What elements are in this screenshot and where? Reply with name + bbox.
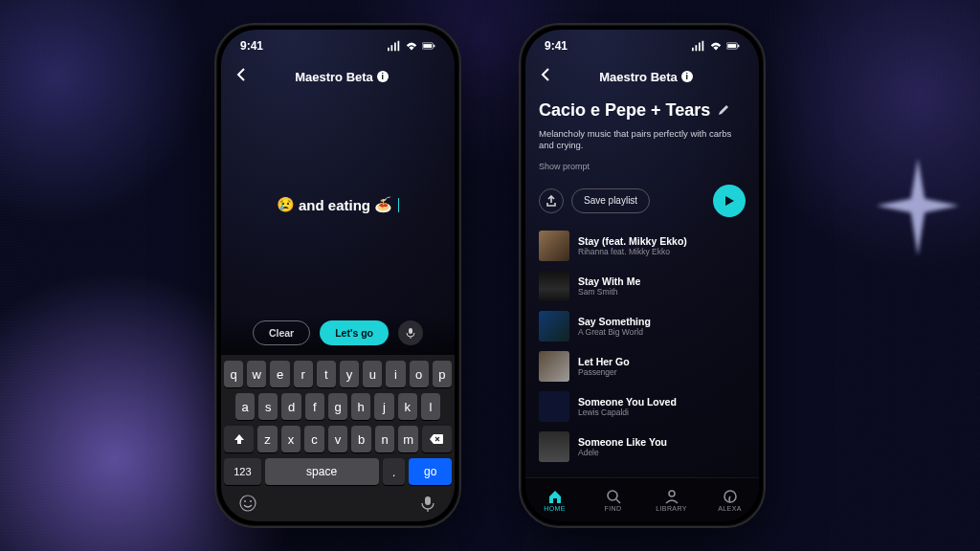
svg-point-9 (244, 500, 246, 502)
track-artist: Lewis Capaldi (578, 408, 677, 417)
key-i[interactable]: i (386, 361, 405, 387)
playlist-body: Cacio e Pepe + Tears Melancholy music th… (525, 91, 759, 477)
album-art (539, 431, 569, 462)
prompt-typed-text: and eating (299, 197, 370, 213)
key-p[interactable]: p (433, 361, 452, 387)
key-t[interactable]: t (317, 361, 336, 387)
key-j[interactable]: j (374, 393, 393, 420)
home-icon (547, 489, 563, 504)
tab-library[interactable]: LIBRARY (642, 478, 701, 521)
track-row[interactable]: Let Her GoPassenger (539, 351, 746, 382)
track-meta: Say SomethingA Great Big World (578, 316, 651, 337)
save-playlist-button[interactable]: Save playlist (571, 188, 650, 213)
track-artist: Rihanna feat. Mikky Ekko (578, 247, 687, 256)
key-y[interactable]: y (340, 361, 359, 387)
search-icon (606, 489, 621, 504)
shift-icon (234, 433, 245, 445)
info-icon[interactable]: i (681, 71, 693, 82)
svg-point-8 (240, 496, 256, 511)
key-g[interactable]: g (328, 393, 347, 420)
track-meta: Stay (feat. Mikky Ekko)Rihanna feat. Mik… (578, 235, 687, 256)
dictation-button[interactable] (419, 495, 436, 516)
shift-key[interactable] (224, 426, 254, 452)
voice-input-button[interactable] (398, 320, 423, 345)
track-title: Let Her Go (578, 356, 630, 367)
tab-home[interactable]: HOME (525, 478, 584, 521)
tab-alexa[interactable]: ALEXA (701, 478, 759, 521)
phone-mockup-right: 9:41 Maestro Beta i Cacio e Pepe + Tears (519, 23, 766, 528)
tab-bar: HOME FIND LIBRARY ALEXA (525, 477, 759, 521)
key-d[interactable]: d (281, 393, 301, 420)
track-row[interactable]: Stay With MeSam Smith (539, 271, 746, 301)
nav-bar: Maestro Beta i (525, 62, 759, 91)
album-art (539, 391, 569, 422)
key-w[interactable]: w (247, 361, 266, 387)
emoji-keyboard-button[interactable] (239, 495, 256, 516)
svg-point-10 (250, 500, 252, 502)
numbers-key[interactable]: 123 (224, 458, 261, 485)
prompt-input-area[interactable]: 😢 and eating 🍝 (221, 91, 455, 315)
key-h[interactable]: h (351, 393, 370, 420)
nav-title-text: Maestro Beta (295, 70, 373, 84)
track-row[interactable]: Someone Like YouAdele (539, 431, 746, 462)
lets-go-button[interactable]: Let's go (320, 320, 389, 345)
play-button[interactable] (713, 185, 746, 217)
key-b[interactable]: b (351, 426, 371, 452)
key-m[interactable]: m (398, 426, 418, 452)
key-r[interactable]: r (294, 361, 313, 387)
keyboard-bottom-row (224, 491, 452, 518)
key-x[interactable]: x (281, 426, 301, 452)
key-c[interactable]: c (304, 426, 324, 452)
nav-title-text: Maestro Beta (599, 70, 678, 84)
key-v[interactable]: v (328, 426, 348, 452)
key-n[interactable]: n (375, 426, 395, 452)
clear-button[interactable]: Clear (253, 320, 310, 345)
key-s[interactable]: s (258, 393, 278, 420)
pencil-icon (718, 104, 729, 116)
screen-left: 9:41 Maestro Beta i 😢 and eating 🍝 (221, 30, 455, 521)
key-z[interactable]: z (257, 426, 278, 452)
background-noise (0, 0, 980, 551)
track-artist: Sam Smith (578, 287, 640, 297)
battery-icon (726, 40, 740, 52)
keyboard-row-2: asdfghjkl (224, 393, 452, 420)
track-row[interactable]: Stay (feat. Mikky Ekko)Rihanna feat. Mik… (539, 231, 746, 261)
svg-rect-0 (388, 48, 390, 52)
go-key[interactable]: go (409, 458, 452, 485)
key-a[interactable]: a (235, 393, 255, 420)
key-k[interactable]: k (398, 393, 417, 420)
svg-rect-7 (409, 328, 412, 334)
playlist-description: Melancholy music that pairs perfectly wi… (539, 128, 746, 152)
signal-icon (692, 40, 705, 52)
backspace-key[interactable] (422, 426, 452, 452)
period-key[interactable]: . (383, 458, 406, 485)
status-time: 9:41 (240, 39, 263, 53)
microphone-icon (405, 327, 416, 339)
share-button[interactable] (539, 188, 564, 213)
key-o[interactable]: o (410, 361, 429, 387)
svg-rect-3 (398, 41, 400, 52)
show-prompt-link[interactable]: Show prompt (539, 162, 746, 171)
track-row[interactable]: Say SomethingA Great Big World (539, 311, 746, 342)
info-icon[interactable]: i (377, 71, 389, 82)
wifi-icon (709, 40, 723, 52)
key-f[interactable]: f (305, 393, 324, 420)
edit-title-button[interactable] (718, 102, 729, 120)
key-q[interactable]: q (224, 361, 243, 387)
keyboard-row-3: zxcvbnm (224, 426, 452, 452)
track-row[interactable]: Someone You LovedLewis Capaldi (539, 391, 746, 422)
tab-alexa-label: ALEXA (718, 505, 742, 512)
share-icon (546, 195, 557, 207)
svg-rect-12 (692, 48, 694, 52)
track-meta: Let Her GoPassenger (578, 356, 630, 377)
key-u[interactable]: u (363, 361, 382, 387)
tab-find[interactable]: FIND (584, 478, 642, 521)
key-l[interactable]: l (421, 393, 440, 420)
play-icon (724, 195, 735, 207)
album-art (539, 311, 569, 342)
control-row: Save playlist (539, 185, 746, 217)
space-key[interactable]: space (265, 458, 379, 485)
alexa-icon (723, 489, 738, 504)
svg-rect-14 (699, 43, 701, 52)
key-e[interactable]: e (270, 361, 289, 387)
